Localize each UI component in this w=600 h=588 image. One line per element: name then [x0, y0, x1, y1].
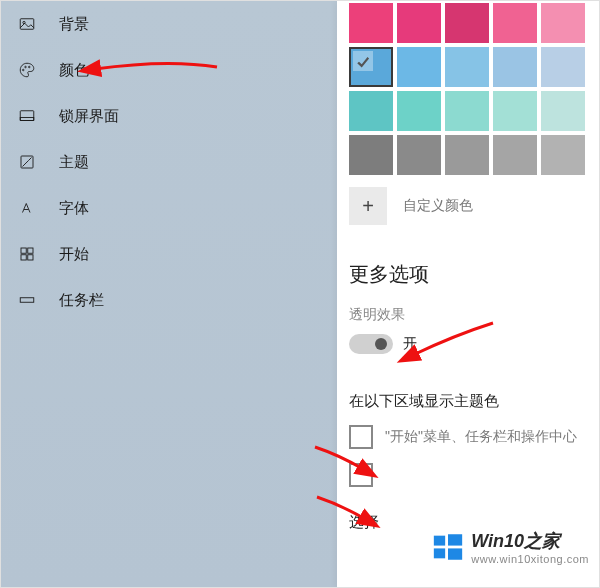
nav-label: 颜色 [59, 61, 89, 80]
color-swatch[interactable] [445, 135, 489, 175]
svg-point-3 [25, 66, 27, 68]
watermark-title: Win10之家 [471, 529, 589, 553]
svg-rect-14 [448, 534, 462, 545]
color-swatch[interactable] [349, 47, 393, 87]
nav-label: 锁屏界面 [59, 107, 119, 126]
nav-label: 字体 [59, 199, 89, 218]
accent-option-1-row: "开始"菜单、任务栏和操作中心 [349, 425, 587, 449]
color-swatch[interactable] [493, 3, 537, 43]
color-swatch[interactable] [397, 91, 441, 131]
more-options-title: 更多选项 [349, 261, 587, 288]
accent-checkbox-start[interactable] [349, 425, 373, 449]
transparency-label: 透明效果 [349, 306, 587, 324]
color-grid [349, 1, 587, 175]
svg-rect-6 [20, 118, 34, 121]
svg-rect-9 [28, 248, 33, 253]
color-swatch[interactable] [493, 135, 537, 175]
nav-label: 开始 [59, 245, 89, 264]
color-swatch[interactable] [397, 3, 441, 43]
color-swatch[interactable] [397, 135, 441, 175]
nav-colors[interactable]: 颜色 [1, 47, 337, 93]
taskbar-icon [17, 290, 37, 310]
color-swatch[interactable] [445, 47, 489, 87]
color-swatch[interactable] [349, 3, 393, 43]
svg-rect-16 [448, 548, 462, 559]
nav-label: 主题 [59, 153, 89, 172]
custom-color-button[interactable]: + [349, 187, 387, 225]
windows-logo-icon [431, 530, 465, 564]
svg-rect-5 [20, 111, 34, 121]
content-panel: + 自定义颜色 更多选项 透明效果 开 在以下区域显示主题色 "开始"菜单、任务… [337, 1, 599, 587]
nav-start[interactable]: 开始 [1, 231, 337, 277]
sidebar: 背景 颜色 锁屏界面 主题 字体 [1, 1, 337, 587]
accent-checkbox-2[interactable] [349, 463, 373, 487]
palette-icon [17, 60, 37, 80]
svg-rect-12 [20, 298, 34, 303]
lockscreen-icon [17, 106, 37, 126]
themes-icon [17, 152, 37, 172]
color-swatch[interactable] [493, 91, 537, 131]
accent-option-2-row [349, 463, 587, 487]
custom-color-row: + 自定义颜色 [349, 187, 587, 225]
start-icon [17, 244, 37, 264]
accent-option-1-label: "开始"菜单、任务栏和操作中心 [385, 428, 577, 446]
color-swatch[interactable] [541, 91, 585, 131]
custom-color-label: 自定义颜色 [403, 197, 473, 215]
color-swatch[interactable] [445, 3, 489, 43]
nav-label: 任务栏 [59, 291, 104, 310]
transparency-toggle-row: 开 [349, 334, 587, 354]
svg-rect-8 [21, 248, 26, 253]
nav-fonts[interactable]: 字体 [1, 185, 337, 231]
svg-rect-15 [434, 548, 445, 558]
fonts-icon [17, 198, 37, 218]
svg-rect-11 [28, 255, 33, 260]
nav-background[interactable]: 背景 [1, 1, 337, 47]
svg-rect-10 [21, 255, 26, 260]
svg-point-2 [23, 69, 25, 71]
nav-label: 背景 [59, 15, 89, 34]
watermark: Win10之家 www.win10xitong.com [431, 529, 589, 565]
nav-lockscreen[interactable]: 锁屏界面 [1, 93, 337, 139]
color-swatch[interactable] [349, 91, 393, 131]
color-swatch[interactable] [493, 47, 537, 87]
svg-rect-13 [434, 536, 445, 546]
settings-window: 背景 颜色 锁屏界面 主题 字体 [0, 0, 600, 588]
color-swatch[interactable] [349, 135, 393, 175]
toggle-knob [375, 338, 387, 350]
svg-rect-0 [20, 19, 34, 30]
watermark-url: www.win10xitong.com [471, 553, 589, 565]
nav-taskbar[interactable]: 任务栏 [1, 277, 337, 323]
nav-themes[interactable]: 主题 [1, 139, 337, 185]
color-swatch[interactable] [541, 135, 585, 175]
color-swatch[interactable] [541, 47, 585, 87]
color-swatch[interactable] [445, 91, 489, 131]
plus-icon: + [362, 196, 374, 216]
color-swatch[interactable] [541, 3, 585, 43]
show-accent-title: 在以下区域显示主题色 [349, 392, 587, 411]
color-swatch[interactable] [397, 47, 441, 87]
picture-icon [17, 14, 37, 34]
transparency-toggle[interactable] [349, 334, 393, 354]
toggle-state-label: 开 [403, 335, 417, 353]
svg-point-4 [29, 66, 31, 68]
